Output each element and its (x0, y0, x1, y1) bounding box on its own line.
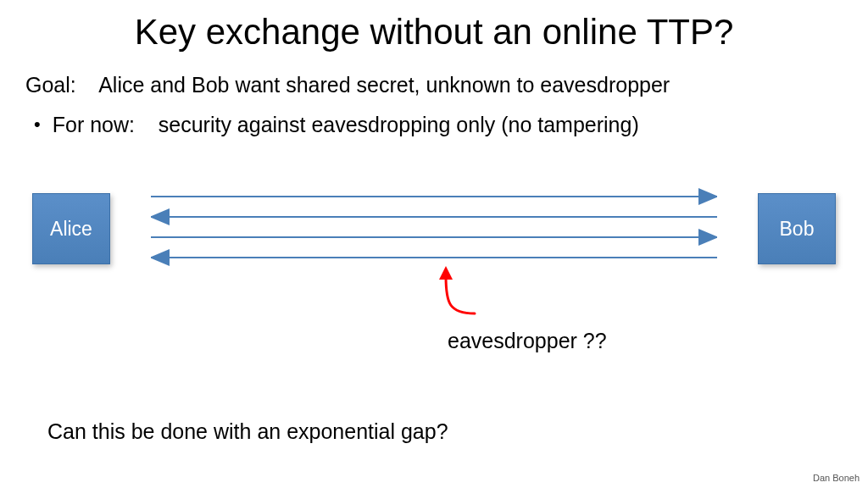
message-arrows (151, 188, 717, 276)
goal-text: Alice and Bob want shared secret, unknow… (98, 73, 670, 97)
goal-line: Goal: Alice and Bob want shared secret, … (0, 53, 868, 97)
bullet-label: For now: (53, 113, 135, 136)
bullet-content: For now: security against eavesdropping … (53, 113, 639, 137)
bullet-line: • For now: security against eavesdroppin… (0, 97, 868, 137)
slide-title: Key exchange without an online TTP? (0, 0, 868, 53)
goal-label: Goal: (25, 73, 76, 97)
bob-box: Bob (758, 193, 836, 264)
bullet-dot-icon: • (34, 113, 41, 137)
alice-box: Alice (32, 193, 110, 264)
bullet-text: security against eavesdropping only (no … (159, 113, 639, 136)
author-footer: Dan Boneh (813, 473, 860, 483)
eavesdropper-label: eavesdropper ?? (448, 329, 607, 353)
closing-question: Can this be done with an exponential gap… (47, 419, 448, 444)
arrows-svg (151, 188, 717, 273)
protocol-diagram: Alice Bob (32, 188, 836, 332)
